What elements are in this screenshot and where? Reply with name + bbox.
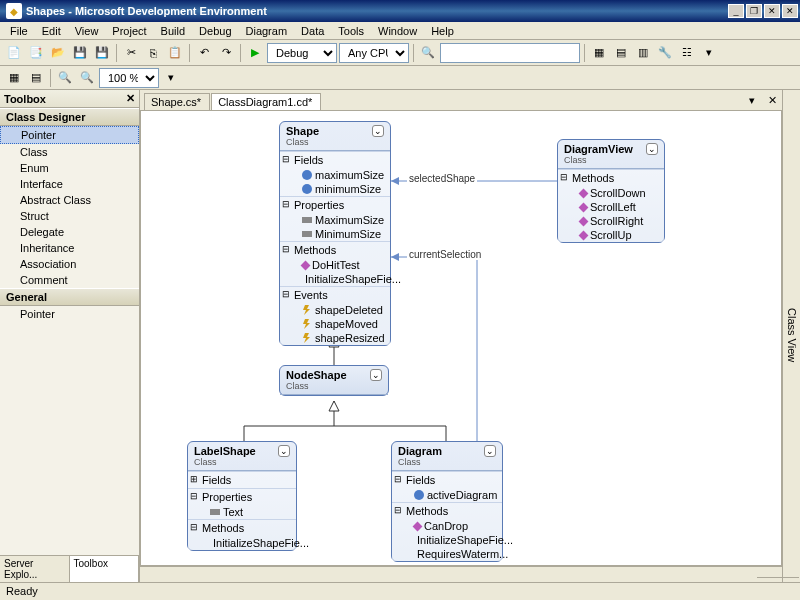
member-dohittest[interactable]: DoHitTest bbox=[280, 258, 390, 272]
paste-icon[interactable]: 📋 bbox=[165, 43, 185, 63]
member-text[interactable]: Text bbox=[188, 505, 296, 519]
toolbox-item-enum[interactable]: Enum bbox=[0, 160, 139, 176]
zoom-out-icon[interactable]: 🔍 bbox=[77, 68, 97, 88]
section-methods[interactable]: Methods bbox=[558, 169, 664, 186]
section-properties[interactable]: Properties bbox=[280, 196, 390, 213]
chevron-icon[interactable]: ⌄ bbox=[646, 143, 658, 155]
solution-explorer-icon[interactable]: ▦ bbox=[589, 43, 609, 63]
copy-icon[interactable]: ⎘ bbox=[143, 43, 163, 63]
class-view-icon[interactable]: ☷ bbox=[677, 43, 697, 63]
tab-shape-cs[interactable]: Shape.cs* bbox=[144, 93, 210, 110]
cut-icon[interactable]: ✂ bbox=[121, 43, 141, 63]
toolbox-item-inheritance[interactable]: Inheritance bbox=[0, 240, 139, 256]
toolbox-close-icon[interactable]: ✕ bbox=[126, 92, 135, 105]
member-initializeshapefie[interactable]: InitializeShapeFie... bbox=[280, 272, 390, 286]
section-fields[interactable]: Fields bbox=[280, 151, 390, 168]
menu-project[interactable]: Project bbox=[106, 24, 152, 38]
class-nodeshape[interactable]: NodeShapeClass⌄ bbox=[279, 365, 389, 396]
member-initializeshapefie[interactable]: InitializeShapeFie... bbox=[188, 536, 296, 550]
start-debug-icon[interactable]: ▶ bbox=[245, 43, 265, 63]
restore-button[interactable]: ❐ bbox=[746, 4, 762, 18]
menu-debug[interactable]: Debug bbox=[193, 24, 237, 38]
member-minimumsize[interactable]: minimumSize bbox=[280, 182, 390, 196]
toolbox-item-struct[interactable]: Struct bbox=[0, 208, 139, 224]
class-labelshape[interactable]: LabelShapeClass⌄FieldsPropertiesTextMeth… bbox=[187, 441, 297, 551]
chevron-icon[interactable]: ⌄ bbox=[370, 369, 382, 381]
member-candrop[interactable]: CanDrop bbox=[392, 519, 502, 533]
member-maximumsize[interactable]: maximumSize bbox=[280, 168, 390, 182]
member-scrollright[interactable]: ScrollRight bbox=[558, 214, 664, 228]
member-maximumsize[interactable]: MaximumSize bbox=[280, 213, 390, 227]
platform-combo[interactable]: Any CPU bbox=[339, 43, 409, 63]
member-shaperesized[interactable]: shapeResized bbox=[280, 331, 390, 345]
save-all-icon[interactable]: 💾 bbox=[92, 43, 112, 63]
secondary-close-button[interactable]: ✕ bbox=[764, 4, 780, 18]
new-project-icon[interactable]: 📄 bbox=[4, 43, 24, 63]
member-activediagram[interactable]: activeDiagram bbox=[392, 488, 502, 502]
config-combo[interactable]: Debug bbox=[267, 43, 337, 63]
menu-help[interactable]: Help bbox=[425, 24, 460, 38]
save-icon[interactable]: 💾 bbox=[70, 43, 90, 63]
group-icon[interactable]: ▦ bbox=[4, 68, 24, 88]
zoom-in-icon[interactable]: 🔍 bbox=[55, 68, 75, 88]
member-initializeshapefie[interactable]: InitializeShapeFie... bbox=[392, 533, 502, 547]
overview-icon[interactable]: ▾ bbox=[161, 68, 181, 88]
toolbox-item-delegate[interactable]: Delegate bbox=[0, 224, 139, 240]
assoc-selectedshape[interactable]: selectedShape bbox=[407, 173, 477, 184]
member-shapemoved[interactable]: shapeMoved bbox=[280, 317, 390, 331]
add-item-icon[interactable]: 📑 bbox=[26, 43, 46, 63]
toolbox-item-class[interactable]: Class bbox=[0, 144, 139, 160]
class-diagram[interactable]: DiagramClass⌄FieldsactiveDiagramMethodsC… bbox=[391, 441, 503, 562]
section-methods[interactable]: Methods bbox=[280, 241, 390, 258]
member-scrolldown[interactable]: ScrollDown bbox=[558, 186, 664, 200]
menu-tools[interactable]: Tools bbox=[332, 24, 370, 38]
member-scrollleft[interactable]: ScrollLeft bbox=[558, 200, 664, 214]
find-icon[interactable]: 🔍 bbox=[418, 43, 438, 63]
toolbox-icon[interactable]: 🔧 bbox=[655, 43, 675, 63]
menu-view[interactable]: View bbox=[69, 24, 105, 38]
section-fields[interactable]: Fields bbox=[392, 471, 502, 488]
member-requireswaterm[interactable]: RequiresWaterm... bbox=[392, 547, 502, 561]
toolbox-section-general[interactable]: General bbox=[0, 288, 139, 306]
toolbox-item-association[interactable]: Association bbox=[0, 256, 139, 272]
horizontal-scrollbar[interactable] bbox=[140, 566, 782, 582]
menu-window[interactable]: Window bbox=[372, 24, 423, 38]
class-diagramview[interactable]: DiagramViewClass⌄MethodsScrollDownScroll… bbox=[557, 139, 665, 243]
menu-data[interactable]: Data bbox=[295, 24, 330, 38]
toolbox-section-classdesigner[interactable]: Class Designer bbox=[0, 108, 139, 126]
find-input[interactable] bbox=[440, 43, 580, 63]
zoom-combo[interactable]: 100 % bbox=[99, 68, 159, 88]
more-icon[interactable]: ▾ bbox=[699, 43, 719, 63]
section-methods[interactable]: Methods bbox=[392, 502, 502, 519]
section-events[interactable]: Events bbox=[280, 286, 390, 303]
section-properties[interactable]: Properties bbox=[188, 488, 296, 505]
section-fields[interactable]: Fields bbox=[188, 471, 296, 488]
chevron-icon[interactable]: ⌄ bbox=[484, 445, 496, 457]
tab-toolbox[interactable]: Toolbox bbox=[70, 556, 140, 582]
toolbox-item-interface[interactable]: Interface bbox=[0, 176, 139, 192]
menu-file[interactable]: File bbox=[4, 24, 34, 38]
close-button[interactable]: ✕ bbox=[782, 4, 798, 18]
open-icon[interactable]: 📂 bbox=[48, 43, 68, 63]
minimize-button[interactable]: _ bbox=[728, 4, 744, 18]
menu-diagram[interactable]: Diagram bbox=[240, 24, 294, 38]
tab-classdiagram[interactable]: ClassDiagram1.cd* bbox=[211, 93, 321, 110]
section-methods[interactable]: Methods bbox=[188, 519, 296, 536]
toolbox-item-comment[interactable]: Comment bbox=[0, 272, 139, 288]
diagram-canvas[interactable]: selectedShape currentSelection ShapeClas… bbox=[140, 110, 782, 566]
member-scrollup[interactable]: ScrollUp bbox=[558, 228, 664, 242]
assoc-currentselection[interactable]: currentSelection bbox=[407, 249, 483, 260]
member-display-icon[interactable]: ▤ bbox=[26, 68, 46, 88]
member-minimumsize[interactable]: MinimumSize bbox=[280, 227, 390, 241]
menu-edit[interactable]: Edit bbox=[36, 24, 67, 38]
class-shape[interactable]: ShapeClass⌄FieldsmaximumSizeminimumSizeP… bbox=[279, 121, 391, 346]
toolbox-item-pointer[interactable]: Pointer bbox=[0, 126, 139, 144]
undo-icon[interactable]: ↶ bbox=[194, 43, 214, 63]
object-browser-icon[interactable]: ▥ bbox=[633, 43, 653, 63]
tab-server-explorer[interactable]: Server Explo... bbox=[0, 556, 70, 582]
toolbox-item-pointer[interactable]: Pointer bbox=[0, 306, 139, 322]
chevron-icon[interactable]: ⌄ bbox=[372, 125, 384, 137]
toolbox-item-abstract-class[interactable]: Abstract Class bbox=[0, 192, 139, 208]
member-shapedeleted[interactable]: shapeDeleted bbox=[280, 303, 390, 317]
chevron-icon[interactable]: ⌄ bbox=[278, 445, 290, 457]
